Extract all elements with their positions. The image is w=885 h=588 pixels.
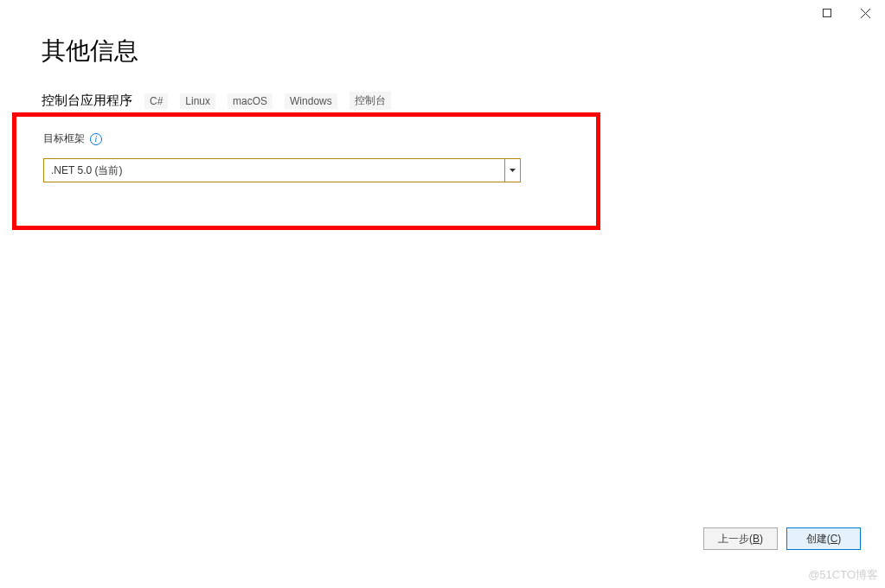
info-icon[interactable]: i bbox=[90, 133, 102, 145]
field-label-row: 目标框架 i bbox=[43, 131, 528, 146]
tag: macOS bbox=[228, 93, 273, 109]
target-framework-select[interactable]: .NET 5.0 (当前) bbox=[43, 158, 521, 182]
target-framework-value: .NET 5.0 (当前) bbox=[44, 159, 504, 182]
template-name: 控制台应用程序 bbox=[42, 93, 132, 109]
footer-buttons: 上一步(B) 创建(C) bbox=[703, 527, 861, 550]
maximize-icon bbox=[823, 9, 831, 17]
target-framework-label: 目标框架 bbox=[43, 131, 85, 146]
back-button-label: 上一步(B) bbox=[718, 532, 763, 546]
tag: 控制台 bbox=[350, 92, 391, 110]
create-button-label: 创建(C) bbox=[806, 532, 842, 546]
create-button[interactable]: 创建(C) bbox=[786, 527, 861, 550]
back-button[interactable]: 上一步(B) bbox=[703, 527, 778, 550]
target-framework-field: 目标框架 i .NET 5.0 (当前) bbox=[43, 131, 528, 182]
svg-marker-3 bbox=[510, 169, 516, 172]
tag: C# bbox=[144, 93, 168, 109]
dropdown-caret bbox=[504, 159, 520, 182]
tag: Linux bbox=[180, 93, 215, 109]
tag: Windows bbox=[285, 93, 337, 109]
watermark: @51CTO博客 bbox=[808, 567, 878, 583]
close-icon bbox=[861, 9, 870, 18]
chevron-down-icon bbox=[510, 169, 516, 172]
close-button[interactable] bbox=[846, 0, 885, 26]
window-controls bbox=[807, 0, 885, 26]
maximize-button[interactable] bbox=[807, 0, 846, 26]
page-title: 其他信息 bbox=[42, 35, 138, 67]
svg-rect-0 bbox=[823, 10, 830, 17]
subtitle-row: 控制台应用程序 C# Linux macOS Windows 控制台 bbox=[42, 92, 391, 110]
